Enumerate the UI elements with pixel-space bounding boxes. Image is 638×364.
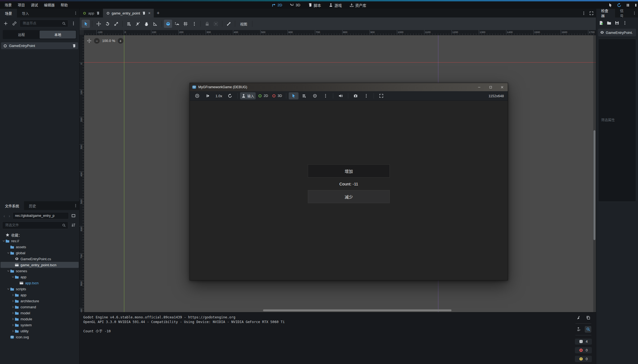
filter-files-field[interactable]	[2, 221, 68, 229]
workspace-3d[interactable]: 3D	[290, 3, 300, 7]
minimize-button[interactable]	[473, 83, 485, 91]
clear-output-button[interactable]	[575, 314, 582, 321]
workspace-script[interactable]: 脚本	[308, 2, 321, 8]
camera-menu-button[interactable]	[361, 92, 371, 99]
input-mode-button[interactable]: 输入	[240, 92, 256, 99]
collapse-duplicates-button[interactable]	[575, 326, 582, 333]
select-list-tool-button[interactable]	[125, 20, 133, 28]
pick-cursor-button[interactable]	[289, 92, 299, 99]
fullscreen-button[interactable]	[376, 92, 386, 99]
center-view-icon[interactable]	[87, 39, 91, 43]
expander-closed-icon[interactable]	[11, 312, 15, 315]
filter-properties-field[interactable]	[598, 39, 636, 202]
menu-scene[interactable]: 场景	[2, 1, 15, 9]
scene-dock-tab-scene[interactable]: 场景	[0, 9, 17, 17]
back-icon[interactable]: ‹	[2, 214, 6, 218]
snap-menu-tool-button[interactable]	[190, 20, 198, 28]
expander-closed-icon[interactable]	[11, 294, 15, 297]
save-resource-button[interactable]	[614, 20, 620, 26]
expander-closed-icon[interactable]	[11, 300, 15, 303]
scene-dock-tabbar-menu-button[interactable]	[72, 9, 79, 17]
scene-tabbar-menu-button[interactable]	[580, 10, 587, 17]
expander-closed-icon[interactable]	[11, 306, 15, 309]
inspector-menu-button[interactable]	[622, 20, 628, 26]
filesystem-tab-filesystem[interactable]: 文件系统	[0, 201, 24, 210]
current-path-field[interactable]	[13, 212, 69, 219]
deselect-tool-button[interactable]	[134, 20, 142, 28]
close-button[interactable]	[496, 83, 508, 91]
fs-item-architecture[interactable]: architecture	[1, 298, 79, 304]
fs-item-global[interactable]: global	[1, 250, 79, 256]
view-menu-button[interactable]: 视图	[237, 21, 250, 26]
scene-tab-app[interactable]: app	[79, 9, 103, 17]
pick-menu-button[interactable]	[321, 92, 330, 99]
fs-item-res-root[interactable]: res://	[1, 238, 79, 244]
expander-closed-icon[interactable]	[11, 324, 15, 327]
split-view-button[interactable]	[70, 212, 77, 219]
menu-editor[interactable]: 编辑器	[41, 1, 58, 9]
forward-icon[interactable]: ›	[7, 214, 11, 218]
expander-open-icon[interactable]	[6, 270, 10, 273]
speed-selector[interactable]: 1.0x	[214, 94, 224, 98]
mode-local-button[interactable]: 本地	[40, 31, 76, 39]
new-scene-tab-button[interactable]: +	[154, 9, 163, 17]
fs-item-scripts[interactable]: scripts	[1, 286, 79, 292]
decrease-button[interactable]: 减少	[308, 190, 390, 203]
expander-open-icon[interactable]	[2, 239, 5, 242]
zoom-out-button[interactable]: −	[94, 38, 100, 44]
horizontal-scrollbar[interactable]	[263, 309, 451, 311]
2d-debug-button[interactable]: 2D	[256, 92, 270, 99]
edited-object-row[interactable]: GameEntryPoint.	[598, 29, 636, 36]
fs-item-icon-svg[interactable]: icon.svg	[1, 334, 79, 340]
distraction-free-button[interactable]	[588, 10, 595, 17]
fs-item-gameentrypoint-cs[interactable]: GameEntryPoint.cs	[1, 256, 79, 262]
add-node-button[interactable]	[2, 20, 9, 27]
workspace-game[interactable]: 游戏	[329, 2, 342, 8]
expander-open-icon[interactable]	[11, 276, 15, 279]
pause-game-button[interactable]	[626, 3, 630, 7]
scale-tool-button[interactable]	[112, 20, 120, 28]
mode-remote-button[interactable]: 远程	[3, 31, 40, 39]
instance-scene-button[interactable]	[11, 20, 18, 27]
fs-item-game-entry-point-tscn[interactable]: game_entry_point.tscn	[1, 262, 79, 268]
fs-item-module[interactable]: module	[1, 316, 79, 322]
vertical-scrollbar[interactable]	[593, 130, 595, 240]
fs-item-app-tscn[interactable]: app.tscn	[1, 280, 79, 286]
expander-open-icon[interactable]	[6, 251, 10, 254]
pause-button[interactable]	[192, 92, 202, 99]
zoom-in-button[interactable]: +	[118, 38, 123, 44]
grid-snap-tool-button[interactable]	[181, 20, 190, 28]
filesystem-tabbar-menu-button[interactable]	[72, 201, 79, 210]
workspace-2d[interactable]: 2D	[272, 3, 282, 7]
inspector-tab-inspector[interactable]: 检查器	[596, 9, 615, 17]
inspector-tabbar-menu-button[interactable]	[631, 9, 638, 17]
load-resource-button[interactable]	[606, 20, 612, 26]
pick-list-button[interactable]	[299, 92, 309, 99]
copy-output-button[interactable]	[585, 314, 591, 321]
sort-files-button[interactable]	[70, 222, 77, 229]
errors-count-button[interactable]: 0	[575, 347, 592, 353]
fs-item-scenes[interactable]: scenes	[1, 268, 79, 274]
search-output-button[interactable]	[585, 326, 591, 333]
scene-dock-tab-import[interactable]: 导入	[17, 9, 34, 17]
fs-item-scenes-app[interactable]: app	[1, 274, 79, 280]
restart-game-button[interactable]	[617, 3, 621, 7]
game-window-titlebar[interactable]: MyGFrameworkGame (DEBUG)	[190, 83, 508, 91]
messages-count-button[interactable]: 4	[575, 339, 592, 345]
next-frame-button[interactable]	[203, 92, 213, 99]
group-selected-tool-button[interactable]	[212, 20, 220, 28]
measure-tool-button[interactable]	[151, 20, 159, 28]
camera-override-button[interactable]	[310, 92, 320, 99]
fs-item-system[interactable]: system	[1, 322, 79, 328]
scene-tab-game_entry_point[interactable]: game_entry_point×	[103, 9, 154, 17]
pan-tool-button[interactable]	[142, 20, 150, 28]
filesystem-tab-history[interactable]: 历史	[24, 201, 41, 210]
lock-selected-tool-button[interactable]	[203, 20, 211, 28]
mute-audio-button[interactable]	[336, 92, 345, 99]
rotate-tool-button[interactable]	[103, 20, 111, 28]
snap-options-tool-button[interactable]	[173, 20, 181, 28]
maximize-button[interactable]	[485, 83, 496, 91]
warnings-count-button[interactable]: 0	[575, 356, 592, 362]
scene-node-row[interactable]: GameEntryPoint	[1, 42, 78, 49]
stop-game-button[interactable]	[634, 3, 636, 7]
